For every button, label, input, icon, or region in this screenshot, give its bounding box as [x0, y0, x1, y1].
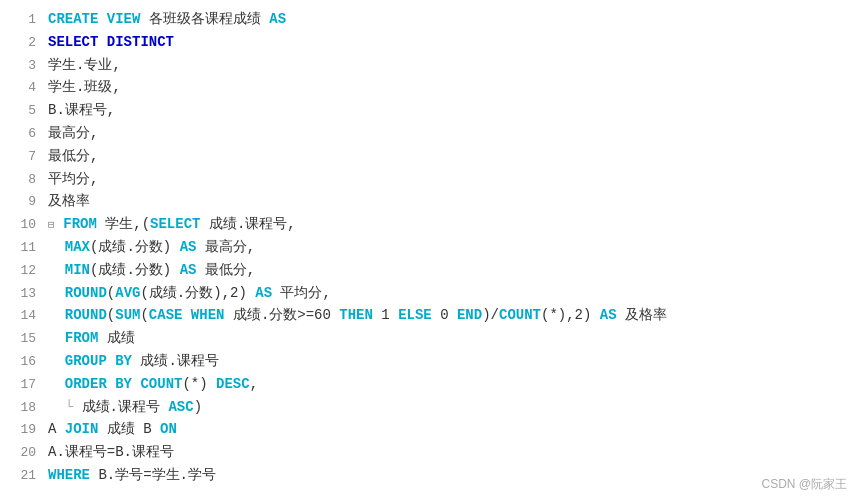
line-number: 10	[8, 215, 36, 236]
line-number: 16	[8, 352, 36, 373]
code-line: 1CREATE VIEW 各班级各课程成绩 AS	[0, 8, 863, 31]
code-token: 成绩	[98, 330, 134, 346]
code-token: MAX	[65, 239, 90, 255]
code-token: THEN	[339, 307, 373, 323]
line-number: 2	[8, 33, 36, 54]
code-token: SELECT	[150, 216, 200, 232]
code-token: MIN	[65, 262, 90, 278]
code-token: ASC	[168, 399, 193, 415]
code-line: 21WHERE B.学号=学生.学号	[0, 464, 863, 487]
code-token: (成绩.分数)	[90, 262, 180, 278]
line-content: SELECT DISTINCT	[48, 31, 855, 53]
code-token: GROUP BY	[65, 353, 132, 369]
line-number: 5	[8, 101, 36, 122]
line-content: A.课程号=B.课程号	[48, 441, 855, 463]
code-token: 各班级各课程成绩	[140, 11, 269, 27]
code-token: 最低分,	[48, 148, 98, 164]
code-line: 16 GROUP BY 成绩.课程号	[0, 350, 863, 373]
code-line: 2SELECT DISTINCT	[0, 31, 863, 54]
code-line: 11 MAX(成绩.分数) AS 最高分,	[0, 236, 863, 259]
code-line: 20A.课程号=B.课程号	[0, 441, 863, 464]
code-editor: 1CREATE VIEW 各班级各课程成绩 AS2SELECT DISTINCT…	[0, 0, 863, 504]
line-content: FROM 成绩	[48, 327, 855, 349]
line-number: 15	[8, 329, 36, 350]
code-token: ELSE	[398, 307, 432, 323]
line-number: 4	[8, 78, 36, 99]
code-line: 13 ROUND(AVG(成绩.分数),2) AS 平均分,	[0, 282, 863, 305]
code-token: (*),2)	[541, 307, 600, 323]
code-token: AS	[180, 239, 197, 255]
code-token: 平均分,	[272, 285, 331, 301]
code-token: 学生,(	[97, 216, 150, 232]
line-content: 学生.专业,	[48, 54, 855, 76]
code-token: 最低分,	[196, 262, 255, 278]
code-line: 5B.课程号,	[0, 99, 863, 122]
branding-label: CSDN @阮家王	[761, 475, 847, 494]
code-token: A.课程号=B.课程号	[48, 444, 174, 460]
code-line: 19A JOIN 成绩 B ON	[0, 418, 863, 441]
code-line: 10⊟ FROM 学生,(SELECT 成绩.课程号,	[0, 213, 863, 236]
line-number: 1	[8, 10, 36, 31]
code-token: FROM	[63, 216, 97, 232]
code-token: FROM	[65, 330, 99, 346]
line-number: 21	[8, 466, 36, 487]
line-content: CREATE VIEW 各班级各课程成绩 AS	[48, 8, 855, 30]
line-number: 19	[8, 420, 36, 441]
code-token: DESC	[216, 376, 250, 392]
line-content: ⊟ FROM 学生,(SELECT 成绩.课程号,	[48, 213, 855, 235]
code-token: 0	[432, 307, 457, 323]
code-token: AVG	[115, 285, 140, 301]
code-token: 最高分,	[48, 125, 98, 141]
code-token: )	[194, 399, 202, 415]
line-number: 3	[8, 56, 36, 77]
code-token: SUM	[115, 307, 140, 323]
code-token: A	[48, 421, 65, 437]
line-content: 学生.班级,	[48, 76, 855, 98]
collapse-icon[interactable]: ⊟	[48, 219, 61, 231]
code-token: 成绩.分数>=60	[224, 307, 339, 323]
line-content: 最高分,	[48, 122, 855, 144]
line-content: 及格率	[48, 190, 855, 212]
code-token: (成绩.分数)	[90, 239, 180, 255]
code-token: COUNT	[140, 376, 182, 392]
code-token: 成绩.课程号,	[200, 216, 295, 232]
code-token: 成绩.课程号	[132, 353, 219, 369]
code-token: COUNT	[499, 307, 541, 323]
code-token: (	[107, 285, 115, 301]
line-content: B.课程号,	[48, 99, 855, 121]
line-content: MIN(成绩.分数) AS 最低分,	[48, 259, 855, 281]
code-line: 14 ROUND(SUM(CASE WHEN 成绩.分数>=60 THEN 1 …	[0, 304, 863, 327]
code-line: 9及格率	[0, 190, 863, 213]
code-line: 17 ORDER BY COUNT(*) DESC,	[0, 373, 863, 396]
line-number: 14	[8, 306, 36, 327]
line-number: 6	[8, 124, 36, 145]
code-token: ROUND	[65, 285, 107, 301]
code-token: (成绩.分数),2)	[140, 285, 255, 301]
code-token: B.课程号,	[48, 102, 115, 118]
line-number: 13	[8, 284, 36, 305]
line-content: GROUP BY 成绩.课程号	[48, 350, 855, 372]
code-token: 及格率	[617, 307, 667, 323]
code-token: B.学号=学生.学号	[90, 467, 216, 483]
code-line: 15 FROM 成绩	[0, 327, 863, 350]
line-content: ORDER BY COUNT(*) DESC,	[48, 373, 855, 395]
line-content: 最低分,	[48, 145, 855, 167]
line-content: ROUND(AVG(成绩.分数),2) AS 平均分,	[48, 282, 855, 304]
line-content: WHERE B.学号=学生.学号	[48, 464, 855, 486]
code-token: 成绩.课程号	[82, 399, 169, 415]
line-number: 18	[8, 398, 36, 419]
code-line: 3学生.专业,	[0, 54, 863, 77]
code-line: 6最高分,	[0, 122, 863, 145]
code-token: CREATE VIEW	[48, 11, 140, 27]
line-content: MAX(成绩.分数) AS 最高分,	[48, 236, 855, 258]
code-token: ROUND	[65, 307, 107, 323]
code-token: AS	[600, 307, 617, 323]
code-token: 1	[373, 307, 398, 323]
line-content: A JOIN 成绩 B ON	[48, 418, 855, 440]
code-token: WHERE	[48, 467, 90, 483]
code-token: (	[140, 307, 148, 323]
line-number: 12	[8, 261, 36, 282]
code-token: (	[107, 307, 115, 323]
code-token: CASE WHEN	[149, 307, 225, 323]
line-content: ROUND(SUM(CASE WHEN 成绩.分数>=60 THEN 1 ELS…	[48, 304, 855, 326]
